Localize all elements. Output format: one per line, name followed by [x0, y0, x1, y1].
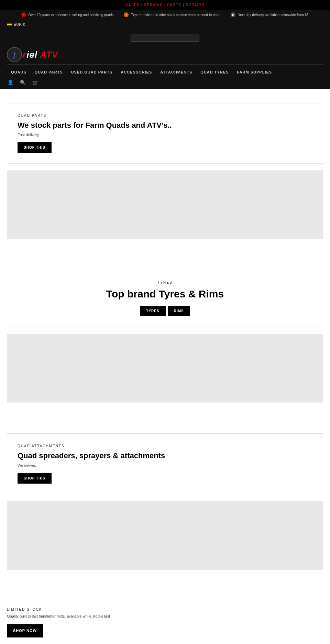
tyres-image [7, 334, 323, 403]
nav-item-quad-tyres[interactable]: QUAD TYRES [196, 67, 233, 77]
attachments-image [7, 501, 323, 570]
main-nav: QUADS QUAD PARTS USED QUAD PARTS ACCESSO… [7, 64, 323, 89]
logo-circle: f [7, 47, 22, 62]
info-bar: ✓ Over 20 years experience in selling an… [0, 10, 330, 20]
attachments-shop-button[interactable]: SHOP THIS [18, 473, 52, 484]
attachments-section: QUAD ATTACHMENTS Quad spreaders, sprayer… [7, 433, 323, 494]
logo-r: r [23, 49, 26, 60]
cart-icon[interactable]: 🛒 [32, 79, 38, 86]
attachments-title: Quad spreaders, sprayers & attachments [18, 451, 312, 460]
quad-parts-section: QUAD PARTS We stock parts for Farm Quads… [7, 103, 323, 163]
logo-rest: iel [26, 49, 40, 60]
quad-parts-image [7, 170, 323, 239]
logo-area[interactable]: f riel ATV [7, 44, 323, 64]
currency-label: EUR € [14, 22, 25, 26]
tyres-label: TYRES [18, 281, 312, 284]
top-bar-sep2: | [164, 3, 167, 7]
spacer-2 [7, 406, 323, 427]
quad-parts-shop-button[interactable]: SHOP THIS [18, 142, 52, 153]
tyres-title: Top brand Tyres & Rims [18, 288, 312, 300]
spacer-1 [7, 242, 323, 263]
info-item-advice: ! Expert advice and after sales service … [124, 12, 220, 17]
tyres-section: TYRES Top brand Tyres & Rims TYRES RIMS [7, 270, 323, 327]
main-content: QUAD PARTS We stock parts for Farm Quads… [0, 89, 330, 601]
info-item-experience: ✓ Over 20 years experience in selling an… [21, 12, 113, 17]
rims-button[interactable]: RIMS [168, 306, 190, 316]
header-search-area[interactable] [7, 32, 323, 44]
limited-stock-section: LIMITED STOCK Quality built to last hand… [0, 601, 330, 641]
limited-stock-label: LIMITED STOCK [7, 608, 323, 611]
currency-bar[interactable]: EUR € [0, 20, 330, 29]
top-bar-parts: PARTS [167, 3, 181, 7]
attachments-subtitle: We deliver.. [18, 463, 312, 467]
search-icon[interactable]: 🔍 [19, 79, 26, 86]
spacer-3 [7, 573, 323, 594]
check-icon: ✓ [21, 12, 26, 17]
nav-icons-row: 👤 🔍 🛒 [7, 77, 323, 89]
top-bar-sep3: | [183, 3, 186, 7]
nav-item-farm-supplies[interactable]: FARM SUPPLIES [233, 67, 276, 77]
nav-item-attachments[interactable]: ATTACHMENTS [156, 67, 196, 77]
info-text-experience: Over 20 years experience in selling and … [28, 13, 113, 17]
logo-atv: ATV [40, 49, 58, 60]
quad-parts-label: QUAD PARTS [18, 114, 312, 117]
top-bar-service: SERVICE [144, 3, 163, 7]
info-text-advice: Expert advice and after sales service th… [131, 13, 220, 17]
nav-item-used-quad-parts[interactable]: USED QUAD PARTS [67, 67, 117, 77]
quad-parts-title: We stock parts for Farm Quads and ATV's.… [18, 121, 312, 130]
spacer-4 [0, 641, 330, 644]
site-header: f riel ATV QUADS QUAD PARTS USED QUAD PA… [0, 29, 330, 89]
nav-menu: QUADS QUAD PARTS USED QUAD PARTS ACCESSO… [7, 64, 323, 77]
top-bar-repairs: REPAIRS [186, 3, 205, 7]
info-text-delivery: Next day delivery available nationwide f… [238, 13, 308, 17]
top-bar-sales: SALES [125, 3, 140, 7]
tyres-button[interactable]: TYRES [140, 306, 165, 316]
search-input[interactable] [131, 34, 199, 42]
nav-item-quad-parts[interactable]: QUAD PARTS [31, 67, 67, 77]
info-icon: ! [124, 12, 129, 17]
quad-parts-subtitle: Fast delivery.. [18, 133, 312, 137]
truck-icon: ▶ [231, 12, 235, 17]
top-bar-sep1: | [141, 3, 144, 7]
limited-stock-desc: Quality built to last handlebar mitts, a… [7, 614, 323, 618]
top-announcement-bar: SALES | SERVICE | PARTS | REPAIRS [0, 0, 330, 10]
attachments-label: QUAD ATTACHMENTS [18, 444, 312, 448]
account-icon[interactable]: 👤 [7, 79, 14, 86]
info-item-delivery: ▶ Next day delivery available nationwide… [231, 12, 308, 17]
eu-flag-icon [7, 23, 12, 26]
shop-now-button[interactable]: SHOP NOW [7, 624, 43, 637]
nav-item-quads[interactable]: QUADS [7, 67, 31, 77]
tyres-button-row: TYRES RIMS [18, 306, 312, 316]
logo-text: riel ATV [23, 49, 58, 60]
nav-item-accessories[interactable]: ACCESSORIES [117, 67, 156, 77]
